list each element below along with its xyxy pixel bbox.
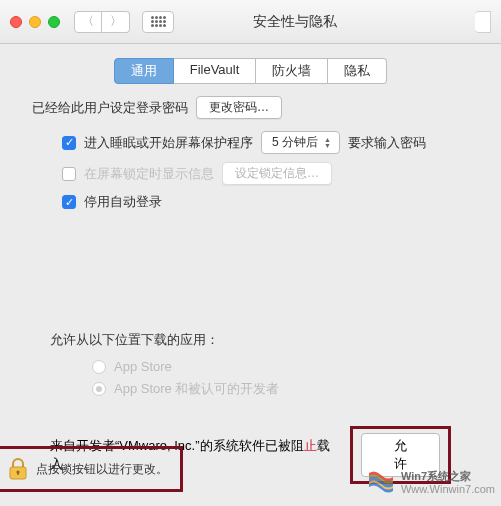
close-window[interactable]	[10, 16, 22, 28]
general-panel: 已经给此用户设定登录密码 更改密码… 进入睡眠或开始屏幕保护程序 5 分钟后 ▲…	[22, 96, 479, 484]
window-controls	[10, 16, 60, 28]
tab-general[interactable]: 通用	[114, 58, 174, 84]
radio-appstore	[92, 360, 106, 374]
watermark: Win7系统之家 Www.Winwin7.com	[367, 470, 495, 496]
require-password-delay-select[interactable]: 5 分钟后 ▲▼	[261, 131, 340, 154]
require-password-label-before: 进入睡眠或开始屏幕保护程序	[84, 134, 253, 152]
download-option-appstore: App Store	[92, 359, 479, 374]
radio-identified-label: App Store 和被认可的开发者	[114, 380, 279, 398]
download-option-identified: App Store 和被认可的开发者	[92, 380, 479, 398]
back-button[interactable]: 〈	[74, 11, 102, 33]
minimize-window[interactable]	[29, 16, 41, 28]
window-title: 安全性与隐私	[122, 13, 467, 31]
tab-privacy[interactable]: 隐私	[328, 58, 387, 84]
svg-rect-2	[17, 472, 19, 475]
search-field[interactable]	[475, 11, 491, 33]
tab-filevault[interactable]: FileVault	[174, 58, 257, 84]
watermark-line1: Win7系统之家	[401, 470, 471, 482]
password-set-label: 已经给此用户设定登录密码	[32, 99, 188, 117]
disable-autologin-checkbox[interactable]	[62, 195, 76, 209]
change-password-button[interactable]: 更改密码…	[196, 96, 282, 119]
tab-firewall[interactable]: 防火墙	[256, 58, 328, 84]
select-stepper-icon: ▲▼	[324, 137, 331, 149]
lock-text: 点按锁按钮以进行更改。	[36, 461, 168, 478]
watermark-flag-icon	[367, 471, 395, 495]
require-password-row: 进入睡眠或开始屏幕保护程序 5 分钟后 ▲▼ 要求输入密码	[62, 131, 479, 154]
disable-autologin-row: 停用自动登录	[62, 193, 479, 211]
blocked-mid: ”的系统软件已被阻	[195, 438, 303, 453]
lock-message-checkbox[interactable]	[62, 167, 76, 181]
watermark-line2: Www.Winwin7.com	[401, 483, 495, 496]
lock-area[interactable]: 点按锁按钮以进行更改。	[0, 446, 183, 492]
titlebar: 〈 〉 安全性与隐私	[0, 0, 501, 44]
watermark-text: Win7系统之家 Www.Winwin7.com	[401, 470, 495, 496]
set-lock-message-button: 设定锁定信息…	[222, 162, 332, 185]
radio-identified	[92, 382, 106, 396]
radio-appstore-label: App Store	[114, 359, 172, 374]
password-set-row: 已经给此用户设定登录密码 更改密码…	[32, 96, 479, 119]
require-password-label-after: 要求输入密码	[348, 134, 426, 152]
tab-bar: 通用 FileVault 防火墙 隐私	[0, 58, 501, 84]
zoom-window[interactable]	[48, 16, 60, 28]
download-section-label: 允许从以下位置下载的应用：	[50, 331, 479, 349]
require-password-delay-value: 5 分钟后	[272, 134, 318, 151]
download-radio-group: App Store App Store 和被认可的开发者	[92, 359, 479, 398]
require-password-checkbox[interactable]	[62, 136, 76, 150]
lock-message-row: 在屏幕锁定时显示信息 设定锁定信息…	[62, 162, 479, 185]
lock-message-label: 在屏幕锁定时显示信息	[84, 165, 214, 183]
disable-autologin-label: 停用自动登录	[84, 193, 162, 211]
blocked-stop: 止	[304, 438, 317, 453]
lock-icon	[8, 457, 28, 481]
